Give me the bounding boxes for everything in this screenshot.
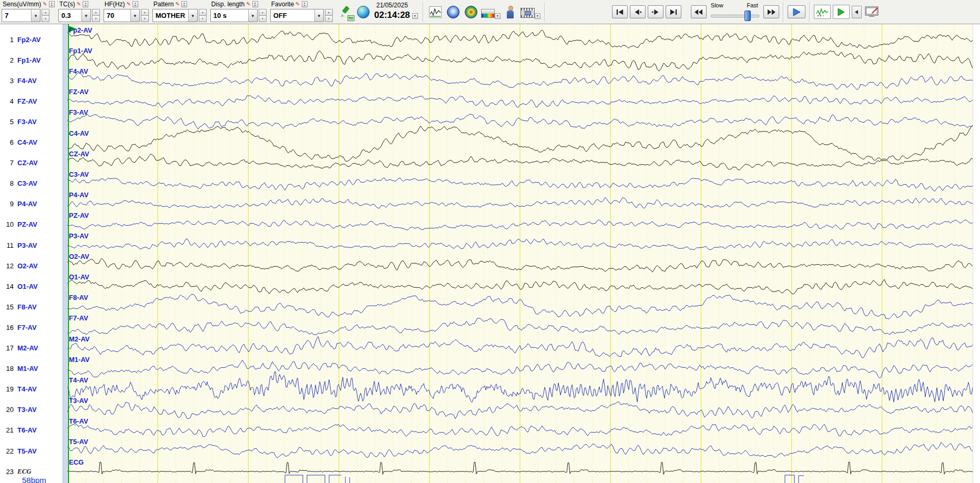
trace-label[interactable]: Fp1-AV bbox=[69, 47, 93, 55]
channel-row[interactable]: 1Fp2-AV bbox=[0, 35, 41, 44]
trace-label[interactable]: T3-AV bbox=[69, 397, 88, 405]
montage-pen-button[interactable]: 50 bbox=[338, 4, 353, 20]
trace-label[interactable]: PZ-AV bbox=[69, 212, 89, 219]
trace-label[interactable]: F3-AV bbox=[69, 108, 88, 116]
page-forward-button[interactable] bbox=[648, 5, 663, 18]
video-dropdown[interactable]: ▾ bbox=[535, 13, 540, 19]
label-spinner[interactable]: ▴▾ bbox=[83, 1, 88, 7]
trace-label[interactable]: P3-AV bbox=[69, 232, 88, 240]
channel-row[interactable]: 14O1-AV bbox=[0, 281, 38, 291]
start-monitor-button[interactable] bbox=[833, 5, 850, 19]
right-scrollbar[interactable] bbox=[973, 24, 980, 483]
small-step-button[interactable] bbox=[852, 6, 862, 18]
edit-pen-icon[interactable]: ✎ bbox=[295, 2, 300, 7]
label-spinner[interactable]: ▴▾ bbox=[181, 1, 187, 7]
channel-row[interactable]: 3F4-AV bbox=[0, 76, 37, 85]
combobox[interactable]: OFF▾ bbox=[270, 9, 324, 22]
value-spinner[interactable]: ▴▾ bbox=[42, 9, 49, 22]
play-button[interactable] bbox=[788, 5, 805, 18]
trace-label[interactable]: CZ-AV bbox=[69, 150, 89, 158]
channel-row[interactable]: 16F7-AV bbox=[0, 323, 37, 332]
channel-row[interactable]: 8C3-AV bbox=[0, 179, 37, 188]
channel-row[interactable]: 6C4-AV bbox=[0, 138, 37, 147]
channel-row[interactable]: 12O2-AV bbox=[0, 261, 38, 270]
channel-row[interactable]: 19T4-AV bbox=[0, 385, 37, 394]
colorbar-icon[interactable] bbox=[481, 9, 495, 18]
combobox[interactable]: 70▾ bbox=[104, 9, 140, 22]
waveform-area[interactable]: Fp2-AVFp1-AVF4-AVFZ-AVF3-AVC4-AVCZ-AVC3-… bbox=[67, 24, 973, 483]
channel-row[interactable]: 17M2-AV bbox=[0, 344, 38, 353]
channel-row[interactable]: 7CZ-AV bbox=[0, 158, 38, 168]
datetime-dropdown[interactable]: ▾ bbox=[412, 13, 418, 19]
combobox[interactable]: 7▾ bbox=[2, 9, 40, 22]
monitor-wave-button[interactable] bbox=[814, 5, 831, 19]
trace-label[interactable]: M2-AV bbox=[69, 335, 89, 343]
edit-pen-icon[interactable]: ✎ bbox=[43, 2, 47, 7]
value-spinner[interactable]: ▴▾ bbox=[259, 9, 267, 22]
dropdown-arrow-icon[interactable]: ▾ bbox=[31, 9, 40, 22]
channel-row[interactable]: 15F8-AV bbox=[0, 302, 37, 311]
dropdown-arrow-icon[interactable]: ▾ bbox=[81, 9, 90, 22]
value-spinner[interactable]: ▴▾ bbox=[92, 9, 100, 22]
colorbar-dropdown[interactable]: ▾ bbox=[495, 13, 501, 19]
trace-label[interactable]: T5-AV bbox=[69, 438, 88, 446]
map-button[interactable] bbox=[355, 4, 371, 20]
video-icon[interactable] bbox=[520, 8, 535, 18]
channel-scrollbar[interactable] bbox=[63, 24, 67, 483]
trace-label[interactable]: F8-AV bbox=[69, 294, 88, 301]
dropdown-arrow-icon[interactable]: ▾ bbox=[248, 9, 257, 22]
channel-row[interactable]: 21T6-AV bbox=[0, 426, 37, 435]
channel-row[interactable]: 10PZ-AV bbox=[0, 220, 37, 229]
dropdown-arrow-icon[interactable]: ▾ bbox=[188, 9, 197, 22]
channel-row[interactable]: 4FZ-AV bbox=[0, 96, 37, 106]
label-spinner[interactable]: ▴▾ bbox=[302, 1, 308, 7]
dropdown-arrow-icon[interactable]: ▾ bbox=[130, 9, 139, 22]
annotation-screen-button[interactable] bbox=[864, 4, 881, 20]
trace-label[interactable]: F4-AV bbox=[69, 67, 88, 75]
trend-button[interactable] bbox=[427, 4, 443, 20]
trace-label[interactable]: ECG bbox=[69, 458, 84, 466]
channel-row[interactable]: 2Fp1-AV bbox=[0, 55, 41, 65]
rewind-button[interactable] bbox=[691, 5, 707, 18]
trace-label[interactable]: P4-AV bbox=[69, 191, 88, 199]
trace-label[interactable]: F7-AV bbox=[69, 314, 88, 322]
trace-label[interactable]: O1-AV bbox=[69, 273, 89, 281]
trace-label[interactable]: T6-AV bbox=[69, 417, 88, 425]
fast-forward-button[interactable] bbox=[763, 5, 779, 18]
channel-row[interactable]: 20T3-AV bbox=[0, 405, 37, 415]
trace-label[interactable]: FZ-AV bbox=[69, 88, 88, 96]
combobox[interactable]: MOTHER▾ bbox=[152, 9, 198, 22]
trace-label[interactable]: O2-AV bbox=[69, 253, 89, 260]
label-spinner[interactable]: ▴▾ bbox=[132, 1, 138, 7]
page-back-button[interactable] bbox=[630, 5, 646, 18]
patient-button[interactable] bbox=[503, 4, 518, 20]
channel-row[interactable]: 18M1-AV bbox=[0, 364, 38, 374]
value-spinner[interactable]: ▴▾ bbox=[325, 9, 333, 22]
combobox[interactable]: 0.3▾ bbox=[58, 9, 91, 22]
trace-label[interactable]: C3-AV bbox=[69, 170, 89, 178]
edit-pen-icon[interactable]: ✎ bbox=[175, 2, 179, 7]
skip-to-end-button[interactable] bbox=[666, 5, 681, 18]
dropdown-arrow-icon[interactable]: ▾ bbox=[314, 9, 323, 22]
slider-handle[interactable] bbox=[744, 11, 751, 21]
trace-label[interactable]: C4-AV bbox=[69, 129, 89, 137]
edit-pen-icon[interactable]: ✎ bbox=[126, 2, 130, 7]
channel-row[interactable]: 5F3-AV bbox=[0, 117, 37, 126]
channel-row[interactable]: 23ECG bbox=[0, 467, 32, 476]
label-spinner[interactable]: ▴▾ bbox=[49, 1, 55, 7]
topography-button[interactable] bbox=[445, 4, 461, 20]
channel-row[interactable]: 9P4-AV bbox=[0, 199, 37, 209]
trace-label[interactable]: M1-AV bbox=[69, 356, 89, 364]
skip-to-start-button[interactable] bbox=[612, 5, 628, 18]
value-spinner[interactable]: ▴▾ bbox=[141, 9, 149, 22]
slider-track[interactable] bbox=[711, 15, 759, 17]
trace-label[interactable]: Fp2-AV bbox=[69, 26, 93, 34]
label-spinner[interactable]: ▴▾ bbox=[252, 1, 258, 7]
edit-pen-icon[interactable]: ✎ bbox=[77, 2, 81, 7]
channel-row[interactable]: 11P3-AV bbox=[0, 240, 37, 250]
channel-row[interactable]: 22T5-AV bbox=[0, 446, 37, 456]
trace-label[interactable]: T4-AV bbox=[69, 376, 88, 384]
edit-pen-icon[interactable]: ✎ bbox=[246, 2, 250, 7]
color-map-button[interactable] bbox=[463, 4, 479, 20]
value-spinner[interactable]: ▴▾ bbox=[199, 9, 207, 22]
